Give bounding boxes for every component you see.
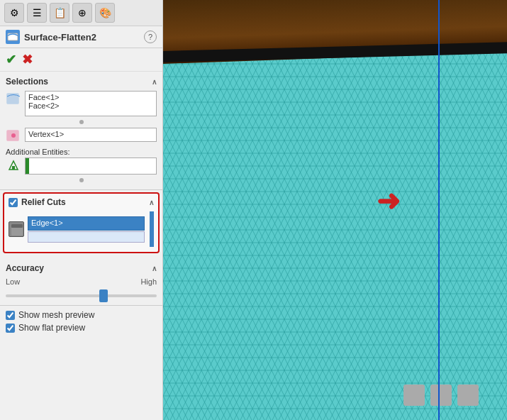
- accuracy-slider-container: [0, 289, 162, 302]
- title-bar: Surface-Flatten2 ?: [0, 26, 162, 48]
- vertex-selection-row: Vertex<1>: [6, 128, 157, 143]
- relief-cuts-content: Edge<1>: [4, 210, 158, 250]
- face-handle: [6, 119, 157, 125]
- toolbar: ⚙ ☰ 📋 ⊕ 🎨: [0, 0, 162, 26]
- gray-block-1: [403, 385, 425, 406]
- toolbar-list-icon[interactable]: ☰: [27, 3, 47, 23]
- vertex1-value: Vertex<1>: [28, 130, 153, 138]
- edge-list[interactable]: Edge<1>: [28, 216, 145, 243]
- accuracy-chevron[interactable]: ∧: [152, 265, 157, 272]
- edge-icon: [9, 221, 24, 237]
- relief-cuts-title-row: Relief Cuts: [9, 197, 66, 207]
- edge1-item[interactable]: Edge<1>: [28, 216, 145, 231]
- mesh-preview-row: Show mesh preview: [0, 309, 162, 321]
- 3d-viewport[interactable]: ➜: [163, 0, 507, 420]
- additional-entities-label: Additional Entities:: [6, 148, 157, 158]
- svg-rect-10: [163, 0, 507, 420]
- accuracy-range-row: Low High: [0, 276, 162, 289]
- accuracy-label: Accuracy: [6, 263, 44, 273]
- additional-handle: [6, 177, 157, 183]
- svg-rect-4: [12, 166, 15, 170]
- mesh-svg: [163, 0, 507, 420]
- edge-empty-item[interactable]: [28, 231, 145, 243]
- confirm-button[interactable]: ✔: [6, 52, 16, 67]
- toolbar-settings-icon[interactable]: ⚙: [4, 3, 24, 23]
- preview-checkboxes: Show mesh preview Show flat preview: [0, 306, 162, 337]
- additional-entities-box[interactable]: [25, 158, 157, 175]
- bottom-gray-blocks: [403, 385, 479, 406]
- red-direction-arrow: ➜: [377, 184, 401, 217]
- left-panel: ⚙ ☰ 📋 ⊕ 🎨 Surface-Flatten2 ? ✔ ✖ Selecti…: [0, 0, 163, 420]
- selections-content: Face<1> Face<2> Vertex<1> Additional Ent…: [0, 89, 162, 186]
- blue-vertical-line: [438, 0, 440, 420]
- additional-entities-row: [6, 158, 157, 175]
- additional-entities-input[interactable]: [29, 158, 156, 174]
- vertex-selection-box[interactable]: Vertex<1>: [25, 128, 157, 142]
- accuracy-high-label: High: [140, 277, 157, 286]
- flat-preview-checkbox[interactable]: [6, 324, 15, 333]
- selections-section: Selections ∧ Face<1> Face<2>: [0, 72, 162, 190]
- blue-scroll-bar[interactable]: [150, 211, 154, 247]
- selections-chevron[interactable]: ∧: [152, 78, 157, 86]
- mesh-preview-checkbox[interactable]: [6, 311, 15, 320]
- toolbar-copy-icon[interactable]: 📋: [50, 3, 69, 23]
- accuracy-header: Accuracy ∧: [0, 262, 162, 276]
- selections-label: Selections: [6, 77, 48, 87]
- flat-preview-label: Show flat preview: [18, 323, 85, 333]
- edge-item-row: Edge<1>: [9, 211, 154, 247]
- relief-cuts-checkbox[interactable]: [9, 198, 18, 207]
- accuracy-slider-track: [6, 294, 157, 297]
- face-selection-row: Face<1> Face<2>: [6, 91, 157, 116]
- face2-value: Face<2>: [28, 101, 153, 110]
- relief-cuts-label: Relief Cuts: [21, 197, 66, 207]
- flat-preview-row: Show flat preview: [0, 321, 162, 334]
- cancel-button[interactable]: ✖: [22, 52, 33, 67]
- help-button[interactable]: ?: [144, 31, 157, 43]
- relief-cuts-header: Relief Cuts ∧: [4, 196, 158, 210]
- face-sel-icon: [6, 91, 21, 106]
- relief-cuts-chevron[interactable]: ∧: [149, 199, 154, 206]
- feature-icon: [6, 30, 20, 44]
- relief-cuts-section: Relief Cuts ∧ Edge<1>: [3, 192, 160, 253]
- gray-block-2: [430, 385, 452, 406]
- action-buttons: ✔ ✖: [0, 48, 162, 72]
- svg-rect-6: [11, 224, 23, 228]
- svg-point-3: [11, 133, 16, 138]
- toolbar-target-icon[interactable]: ⊕: [72, 3, 92, 23]
- gray-block-3: [457, 385, 479, 406]
- panel-title: Surface-Flatten2: [24, 32, 140, 43]
- accuracy-section: Accuracy ∧ Low High: [0, 258, 162, 306]
- accuracy-low-label: Low: [6, 277, 20, 286]
- accuracy-slider-thumb[interactable]: [99, 289, 108, 302]
- face-selection-box[interactable]: Face<1> Face<2>: [25, 91, 157, 116]
- vertex-sel-icon: [6, 128, 21, 143]
- face1-value: Face<1>: [28, 93, 153, 101]
- additional-sel-icon: [6, 158, 21, 173]
- selections-header: Selections ∧: [0, 75, 162, 89]
- mesh-preview-label: Show mesh preview: [18, 310, 94, 320]
- toolbar-color-icon[interactable]: 🎨: [95, 3, 115, 23]
